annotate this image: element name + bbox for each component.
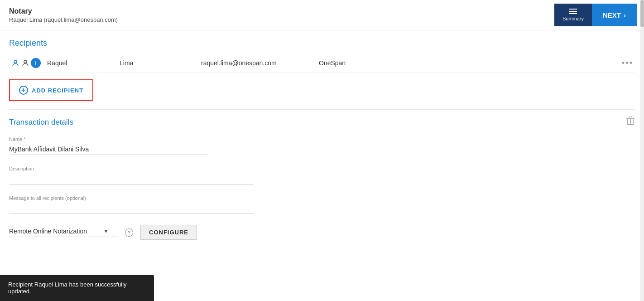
section-divider — [9, 109, 635, 110]
svg-rect-6 — [629, 117, 632, 117]
recipients-title: Recipients — [9, 30, 635, 53]
page-title: Notary — [9, 7, 118, 15]
add-icon: + — [19, 86, 28, 95]
description-input[interactable] — [9, 173, 254, 184]
person2-icon — [21, 58, 30, 68]
description-label: Description — [9, 166, 254, 171]
recipient-icons: i — [11, 58, 47, 68]
page-wrapper: Notary Raquel Lima (raquel.lima@onespan.… — [0, 0, 644, 301]
recipient-org: OneSpan — [319, 59, 622, 67]
svg-rect-5 — [626, 118, 634, 119]
recipient-more-menu[interactable]: ••• — [622, 58, 633, 68]
transaction-section: Transaction details Name * — [9, 112, 635, 240]
name-label: Name * — [9, 136, 208, 142]
main-content: Recipients — [0, 30, 644, 249]
scrollbar-track — [640, 0, 644, 301]
message-field-group: Message to all recipients (optional) — [9, 195, 254, 214]
header-right: Summary NEXT › — [554, 4, 637, 26]
toast-notification: Recipient Raquel Lima has been successfu… — [0, 275, 154, 301]
svg-point-3 — [14, 60, 17, 63]
name-field-group: Name * — [9, 136, 208, 155]
svg-rect-10 — [627, 124, 634, 125]
info-badge-icon: i — [31, 58, 41, 68]
svg-rect-0 — [569, 9, 577, 10]
add-recipient-label: ADD RECIPIENT — [32, 87, 83, 94]
summary-label: Summary — [562, 16, 584, 21]
next-arrow-icon: › — [624, 11, 626, 19]
message-label: Message to all recipients (optional) — [9, 195, 254, 201]
header-left: Notary Raquel Lima (raquel.lima@onespan.… — [9, 7, 118, 23]
recipient-row: i Raquel Lima raquel.lima@onespan.com On… — [9, 53, 635, 73]
svg-rect-2 — [569, 13, 577, 14]
add-recipient-highlight: + ADD RECIPIENT — [9, 79, 93, 101]
summary-button[interactable]: Summary — [554, 4, 592, 26]
transaction-title: Transaction details — [9, 118, 73, 127]
name-input[interactable] — [9, 144, 208, 155]
notarization-dropdown-wrapper: Remote Online Notarization ▼ — [9, 228, 118, 237]
top-header: Notary Raquel Lima (raquel.lima@onespan.… — [0, 0, 644, 30]
configure-button[interactable]: CONFIGURE — [140, 225, 197, 240]
page-subtitle: Raquel Lima (raquel.lima@onespan.com) — [9, 16, 118, 23]
svg-rect-1 — [569, 11, 577, 12]
delete-transaction-icon[interactable] — [626, 116, 635, 128]
scrollbar-thumb[interactable] — [640, 0, 644, 27]
recipient-last-name: Lima — [120, 59, 201, 67]
add-recipient-button[interactable]: + ADD RECIPIENT — [11, 81, 91, 99]
help-icon[interactable]: ? — [125, 228, 133, 237]
person-icon — [11, 58, 20, 68]
svg-point-4 — [24, 60, 27, 63]
recipients-section: Recipients — [9, 30, 635, 107]
recipient-first-name: Raquel — [47, 59, 120, 67]
toast-message: Recipient Raquel Lima has been successfu… — [8, 281, 127, 295]
next-label: NEXT — [603, 11, 621, 19]
bottom-section: Remote Online Notarization ▼ ? CONFIGURE — [9, 225, 635, 240]
transaction-header: Transaction details — [9, 116, 635, 128]
notarization-type-select[interactable]: Remote Online Notarization — [9, 228, 100, 235]
next-button[interactable]: NEXT › — [592, 4, 637, 26]
dropdown-chevron-icon: ▼ — [103, 228, 109, 234]
description-field-group: Description — [9, 166, 254, 184]
recipient-email: raquel.lima@onespan.com — [201, 59, 319, 67]
summary-icon — [569, 9, 577, 15]
message-input[interactable] — [9, 203, 254, 214]
